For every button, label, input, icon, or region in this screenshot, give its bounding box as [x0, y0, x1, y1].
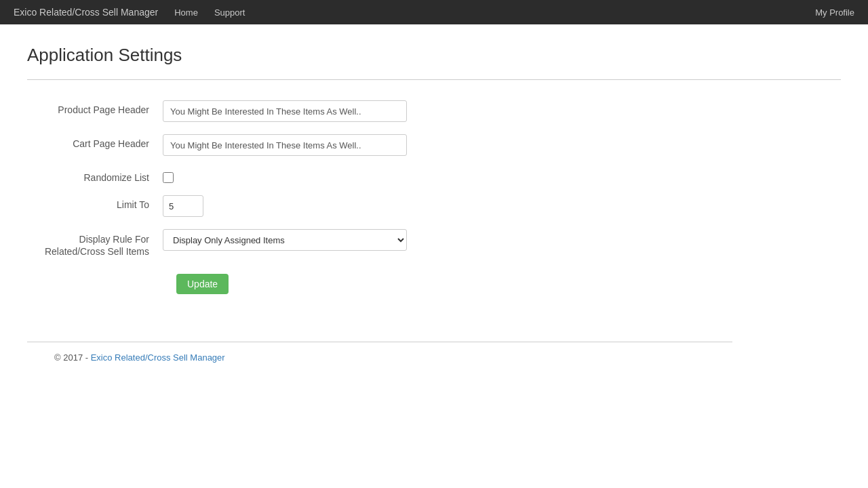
- navbar-left: Exico Related/Cross Sell Manager Home Su…: [14, 7, 245, 18]
- navbar-brand: Exico Related/Cross Sell Manager: [14, 7, 158, 18]
- page-title: Application Settings: [27, 45, 841, 66]
- support-link[interactable]: Support: [214, 7, 245, 18]
- product-page-header-input[interactable]: [163, 100, 407, 122]
- product-page-header-label: Product Page Header: [27, 100, 163, 115]
- product-page-header-group: Product Page Header: [27, 100, 610, 122]
- randomize-list-group: Randomize List: [27, 168, 610, 183]
- cart-page-header-label: Cart Page Header: [27, 134, 163, 149]
- divider: [27, 79, 841, 80]
- home-link[interactable]: Home: [174, 7, 198, 18]
- limit-to-input[interactable]: [163, 195, 203, 217]
- my-profile-link[interactable]: My Profile: [815, 7, 854, 18]
- footer-link[interactable]: Exico Related/Cross Sell Manager: [91, 352, 225, 363]
- randomize-list-checkbox[interactable]: [163, 172, 174, 183]
- form-container: Product Page Header Cart Page Header Ran…: [27, 100, 610, 294]
- limit-to-group: Limit To: [27, 195, 610, 217]
- randomize-list-label: Randomize List: [27, 168, 163, 183]
- limit-to-label: Limit To: [27, 195, 163, 210]
- footer: © 2017 - Exico Related/Cross Sell Manage…: [27, 342, 732, 372]
- cart-page-header-input[interactable]: [163, 134, 407, 156]
- update-button[interactable]: Update: [176, 274, 229, 294]
- navbar: Exico Related/Cross Sell Manager Home Su…: [0, 0, 868, 24]
- display-rule-group: Display Rule For Related/Cross Sell Item…: [27, 229, 610, 258]
- footer-text: © 2017 - Exico Related/Cross Sell Manage…: [54, 352, 225, 363]
- display-rule-select[interactable]: Display Only Assigned Items Display All …: [163, 229, 407, 251]
- cart-page-header-group: Cart Page Header: [27, 134, 610, 156]
- display-rule-label: Display Rule For Related/Cross Sell Item…: [27, 229, 163, 258]
- main-content: Application Settings Product Page Header…: [0, 24, 868, 314]
